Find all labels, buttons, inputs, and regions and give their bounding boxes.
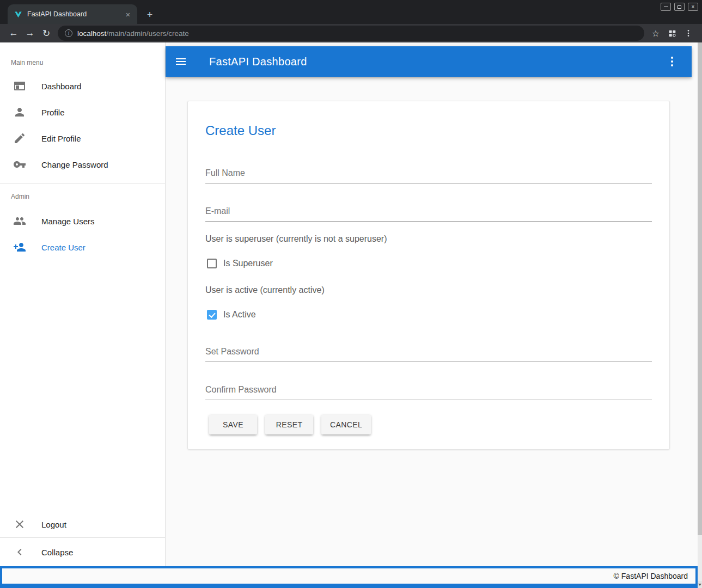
sidebar-item-label: Collapse: [41, 548, 73, 557]
pencil-icon: [13, 132, 26, 145]
window-controls: ×: [661, 3, 698, 11]
save-button[interactable]: SAVE: [209, 415, 257, 434]
extension-button[interactable]: [664, 26, 680, 41]
bookmark-star-button[interactable]: ☆: [648, 26, 664, 41]
maximize-button[interactable]: [674, 3, 685, 11]
superuser-checkbox-row: Is Superuser: [205, 259, 652, 268]
app-bar: FastAPI Dashboard: [166, 46, 692, 77]
close-button[interactable]: ×: [688, 3, 698, 11]
sidebar-caption-admin: Admin: [0, 183, 165, 208]
scrollbar[interactable]: [698, 42, 702, 588]
reload-button[interactable]: ↻: [38, 26, 54, 41]
new-tab-button[interactable]: +: [143, 8, 157, 22]
sidebar-item-manage-users[interactable]: Manage Users: [0, 208, 165, 234]
url-text: localhost/main/admin/users/create: [77, 29, 189, 38]
hamburger-menu-button[interactable]: [174, 55, 187, 68]
create-user-card: Create User Full Name E-mail User is sup…: [187, 101, 670, 450]
browser-tab[interactable]: FastAPI Dashboard ×: [8, 4, 137, 24]
confirm-password-label: Confirm Password: [205, 385, 652, 400]
sidebar-item-label: Change Password: [41, 160, 108, 169]
forward-button[interactable]: →: [22, 26, 38, 41]
hamburger-icon: [174, 55, 187, 68]
person-icon: [13, 106, 26, 119]
page: Main menu Dashboard Profile Edit Profile…: [0, 42, 698, 588]
email-field[interactable]: E-mail: [205, 206, 652, 222]
footer: © FastAPI Dashboard: [0, 566, 698, 588]
minimize-button[interactable]: [661, 3, 671, 11]
sidebar-item-edit-profile[interactable]: Edit Profile: [0, 125, 165, 151]
app-bar-menu-button[interactable]: [666, 55, 679, 68]
app-bar-title: FastAPI Dashboard: [209, 56, 307, 68]
sidebar-item-change-password[interactable]: Change Password: [0, 151, 165, 177]
scrollbar-thumb[interactable]: [698, 42, 702, 535]
is-active-checkbox[interactable]: [207, 310, 217, 320]
sidebar-item-create-user[interactable]: Create User: [0, 234, 165, 260]
footer-inner: © FastAPI Dashboard: [2, 568, 695, 584]
people-icon: [13, 215, 26, 228]
sidebar-item-dashboard[interactable]: Dashboard: [0, 73, 165, 99]
minimize-icon: [664, 7, 668, 8]
site-info-icon[interactable]: i: [65, 29, 72, 37]
tab-close-icon[interactable]: ×: [123, 9, 133, 19]
set-password-label: Set Password: [205, 347, 652, 362]
person-add-icon: [13, 241, 26, 254]
url-path: /main/admin/users/create: [106, 29, 189, 38]
cancel-button[interactable]: CANCEL: [321, 415, 371, 434]
browser-titlebar: FastAPI Dashboard × + ×: [0, 0, 702, 24]
vuetify-logo-icon: [14, 10, 22, 19]
form-buttons: SAVE RESET CANCEL: [205, 415, 652, 434]
sidebar-item-label: Profile: [41, 108, 65, 117]
full-name-label: Full Name: [205, 168, 652, 183]
footer-copyright: © FastAPI Dashboard: [614, 572, 688, 580]
sidebar-item-logout[interactable]: Logout: [0, 511, 165, 537]
active-checkbox-row: Is Active: [205, 310, 652, 320]
kebab-menu-icon: [684, 29, 693, 38]
reset-button[interactable]: RESET: [265, 415, 313, 434]
full-name-field[interactable]: Full Name: [205, 168, 652, 183]
email-label: E-mail: [205, 206, 652, 222]
key-icon: [13, 158, 26, 171]
set-password-field[interactable]: Set Password: [205, 347, 652, 362]
sidebar-bottom: Logout Collapse: [0, 511, 165, 566]
is-active-label[interactable]: Is Active: [223, 310, 256, 320]
address-bar[interactable]: i localhost/main/admin/users/create: [58, 26, 644, 41]
sidebar-item-label: Dashboard: [41, 82, 81, 91]
superuser-hint: User is superuser (currently is not a su…: [205, 234, 652, 244]
url-host: localhost: [77, 29, 106, 38]
is-superuser-label[interactable]: Is Superuser: [223, 259, 273, 268]
back-button[interactable]: ←: [5, 26, 22, 41]
sidebar: Main menu Dashboard Profile Edit Profile…: [0, 42, 166, 566]
kebab-menu-icon: [666, 55, 679, 68]
sidebar-item-profile[interactable]: Profile: [0, 99, 165, 125]
close-x-icon: [13, 518, 26, 531]
active-hint: User is active (currently active): [205, 285, 652, 295]
dashboard-icon: [13, 79, 26, 93]
sidebar-item-label: Logout: [41, 520, 66, 529]
tab-title: FastAPI Dashboard: [27, 10, 118, 18]
sidebar-item-label: Manage Users: [41, 217, 95, 226]
confirm-password-field[interactable]: Confirm Password: [205, 385, 652, 400]
browser-toolbar: ← → ↻ i localhost/main/admin/users/creat…: [0, 24, 702, 42]
chevron-left-icon: [13, 546, 26, 559]
sidebar-caption-main-menu: Main menu: [0, 42, 165, 73]
browser-menu-button[interactable]: [680, 26, 697, 41]
extension-icon: [668, 29, 676, 38]
scroll-down-arrow[interactable]: [698, 581, 702, 588]
is-superuser-checkbox[interactable]: [207, 259, 217, 268]
sidebar-item-label: Edit Profile: [41, 134, 81, 143]
form-title: Create User: [205, 123, 652, 138]
sidebar-item-collapse[interactable]: Collapse: [0, 538, 165, 566]
sidebar-item-label: Create User: [41, 243, 86, 252]
maximize-icon: [677, 5, 681, 9]
